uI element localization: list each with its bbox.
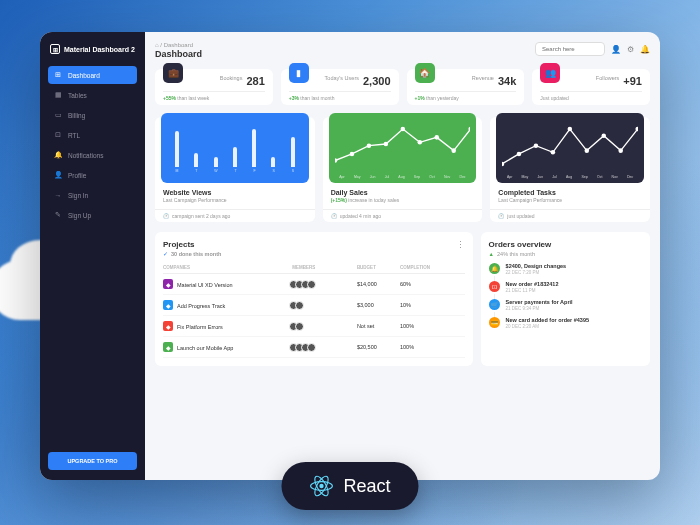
timeline-text: New order #1832412 (506, 281, 559, 287)
bell-icon[interactable]: 🔔 (640, 45, 650, 54)
svg-point-4 (400, 127, 405, 132)
search-input[interactable] (535, 42, 605, 56)
stat-card: 👥 Followers+91 Just updated (532, 69, 650, 105)
company-cell: ◆Material UI XD Version (163, 279, 292, 289)
projects-panel: Projects ✓30 done this month ⋮ COMPANIES… (155, 232, 473, 366)
timeline-icon: 🔔 (489, 263, 500, 274)
breadcrumb: ⌂ / Dashboard Dashboard (155, 42, 202, 59)
chart-footer: 🕐campaign sent 2 days ago (155, 209, 315, 222)
orders-sub: ▲24% this month (489, 251, 642, 257)
company-icon: ◆ (163, 300, 173, 310)
chart-graphic: AprMayJunJulAugSepOctNovDec (496, 113, 644, 183)
more-icon[interactable]: ⋮ (456, 240, 465, 250)
timeline-icon: 💳 (489, 317, 500, 328)
breadcrumb-path: ⌂ / Dashboard (155, 42, 202, 48)
stat-card: 💼 Bookings281 +55% than last week (155, 69, 273, 105)
app-window: ⊞ Material Dashboard 2 ⊞Dashboard▦Tables… (40, 32, 660, 480)
nav-label: Tables (68, 92, 87, 99)
nav-icon: ⊞ (54, 71, 62, 79)
chart-title: Completed Tasks (498, 189, 642, 196)
stat-value: 2,300 (363, 75, 391, 87)
chart-graphic: AprMayJunJulAugSepOctNovDec (329, 113, 477, 183)
brand-name: Material Dashboard 2 (64, 46, 135, 53)
table-row[interactable]: ◆Fix Platform Errors Not set 100% (163, 316, 465, 337)
stat-label: Followers (596, 75, 620, 81)
timeline-item: ⊡ New order #1832412 21 DEC 11 PM (489, 281, 642, 293)
chart-sub: (+15%) increase in today sales (331, 197, 475, 203)
nav-icon: → (54, 191, 62, 199)
stat-icon: 👥 (540, 63, 560, 83)
timeline-item: 🔔 $2400, Design changes 22 DEC 7:20 PM (489, 263, 642, 275)
col-header: MEMBERS (292, 265, 357, 270)
svg-point-18 (319, 484, 323, 488)
clock-icon: 🕐 (331, 213, 337, 219)
sidebar-item-tables[interactable]: ▦Tables (48, 86, 137, 104)
topbar-actions: 👤 ⚙ 🔔 (535, 42, 650, 56)
chart-card: AprMayJunJulAugSepOctNovDec Completed Ta… (490, 117, 650, 222)
nav-icon: ⊡ (54, 131, 62, 139)
svg-point-5 (417, 140, 422, 145)
stat-footer: +3% than last month (289, 91, 391, 101)
table-body: ◆Material UI XD Version $14,000 60%◆Add … (163, 274, 465, 358)
svg-point-12 (551, 150, 556, 155)
nav-icon: ▦ (54, 91, 62, 99)
budget-cell: $3,000 (357, 302, 400, 308)
svg-point-13 (568, 127, 573, 132)
upgrade-button[interactable]: UPGRADE TO PRO (48, 452, 137, 470)
col-header: COMPANIES (163, 265, 292, 270)
svg-point-10 (517, 152, 522, 157)
nav-label: Billing (68, 112, 85, 119)
svg-point-7 (451, 148, 456, 153)
sidebar-item-billing[interactable]: ▭Billing (48, 106, 137, 124)
timeline-item: 🛒 Server payments for April 21 DEC 9:34 … (489, 299, 642, 311)
brand-icon: ⊞ (50, 44, 60, 54)
sidebar-item-sign-up[interactable]: ✎Sign Up (48, 206, 137, 224)
gear-icon[interactable]: ⚙ (627, 45, 634, 54)
nav-label: Sign In (68, 192, 88, 199)
sidebar-item-rtl[interactable]: ⊡RTL (48, 126, 137, 144)
main-content: ⌂ / Dashboard Dashboard 👤 ⚙ 🔔 💼 Bookings… (145, 32, 660, 480)
timeline: 🔔 $2400, Design changes 22 DEC 7:20 PM⊡ … (489, 263, 642, 329)
members-cell (292, 280, 357, 289)
nav-label: RTL (68, 132, 80, 139)
timeline-date: 21 DEC 9:34 PM (506, 306, 573, 311)
budget-cell: $20,500 (357, 344, 400, 350)
sidebar-item-profile[interactable]: 👤Profile (48, 166, 137, 184)
budget-cell: $14,000 (357, 281, 400, 287)
svg-point-6 (434, 135, 439, 140)
stat-footer: Just updated (540, 91, 642, 101)
sidebar-item-notifications[interactable]: 🔔Notifications (48, 146, 137, 164)
company-cell: ◆Add Progress Track (163, 300, 292, 310)
company-cell: ◆Fix Platform Errors (163, 321, 292, 331)
timeline-text: $2400, Design changes (506, 263, 567, 269)
stats-row: 💼 Bookings281 +55% than last week▮ Today… (155, 69, 650, 105)
brand: ⊞ Material Dashboard 2 (48, 42, 137, 56)
chart-sub: Last Campaign Performance (498, 197, 642, 203)
clock-icon: 🕐 (498, 213, 504, 219)
sidebar-item-sign-in[interactable]: →Sign In (48, 186, 137, 204)
nav: ⊞Dashboard▦Tables▭Billing⊡RTL🔔Notificati… (48, 66, 137, 452)
completion-cell: 10% (400, 302, 465, 308)
table-row[interactable]: ◆Launch our Mobile App $20,500 100% (163, 337, 465, 358)
timeline-text: New card added for order #4395 (506, 317, 589, 323)
projects-sub: ✓30 done this month (163, 251, 465, 257)
company-cell: ◆Launch our Mobile App (163, 342, 292, 352)
user-icon[interactable]: 👤 (611, 45, 621, 54)
table-row[interactable]: ◆Material UI XD Version $14,000 60% (163, 274, 465, 295)
topbar: ⌂ / Dashboard Dashboard 👤 ⚙ 🔔 (155, 42, 650, 59)
nav-label: Sign Up (68, 212, 91, 219)
completion-cell: 100% (400, 323, 465, 329)
nav-icon: ▭ (54, 111, 62, 119)
sidebar-item-dashboard[interactable]: ⊞Dashboard (48, 66, 137, 84)
stat-icon: 🏠 (415, 63, 435, 83)
company-icon: ◆ (163, 279, 173, 289)
table-row[interactable]: ◆Add Progress Track $3,000 10% (163, 295, 465, 316)
nav-icon: 🔔 (54, 151, 62, 159)
stat-value: +91 (623, 75, 642, 87)
chart-title: Daily Sales (331, 189, 475, 196)
stat-footer: +1% than yesterday (415, 91, 517, 101)
react-logo-icon (309, 474, 333, 498)
col-header: BUDGET (357, 265, 400, 270)
chart-card: MTWTFSS Website Views Last Campaign Perf… (155, 117, 315, 222)
stat-label: Revenue (472, 75, 494, 81)
